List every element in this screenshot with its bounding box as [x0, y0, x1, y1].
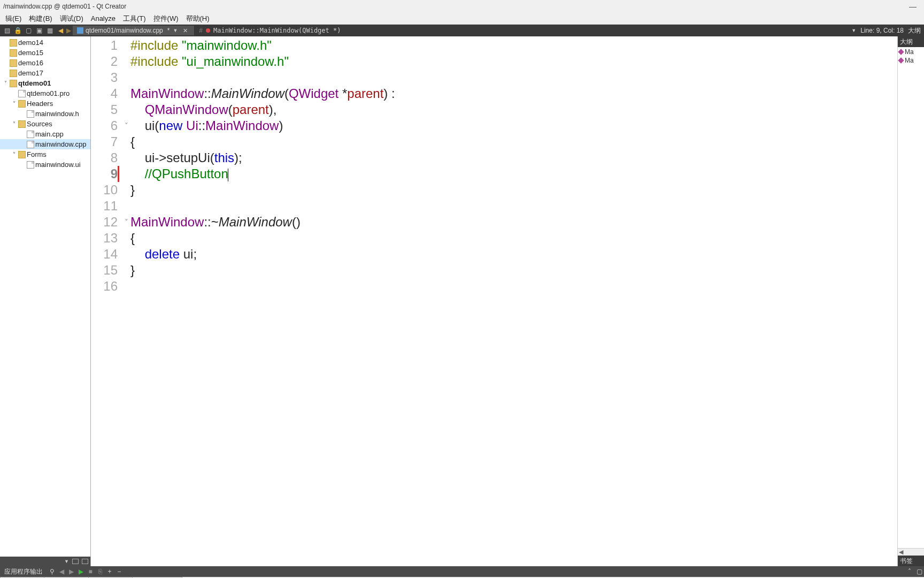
outline-entry[interactable]: Ma: [899, 57, 923, 64]
tree-node[interactable]: demo15: [0, 48, 90, 58]
output-prev-icon[interactable]: ◀: [57, 568, 66, 575]
code-line[interactable]: }: [130, 262, 897, 278]
line-number[interactable]: 12: [91, 214, 118, 230]
output-maximize-icon[interactable]: ▢: [914, 568, 924, 575]
output-collapse-icon[interactable]: ˄: [905, 568, 914, 575]
code-line[interactable]: #include "ui_mainwindow.h": [130, 54, 897, 70]
scroll-left-icon[interactable]: ◀: [899, 549, 903, 556]
tree-node[interactable]: ˅qtdemo01: [0, 78, 90, 88]
close-file-tab[interactable]: ✕: [181, 27, 190, 34]
output-remove-icon[interactable]: −: [114, 568, 124, 575]
line-number[interactable]: 7: [91, 134, 118, 150]
outline-header-label: 大纲: [900, 37, 913, 47]
tree-node[interactable]: ˅Sources: [0, 119, 90, 129]
code-line[interactable]: QMainWindow(parent),: [130, 102, 897, 118]
open-file-tab[interactable]: qtdemo01/mainwindow.cpp * ▼ ✕: [73, 26, 195, 35]
line-number[interactable]: 9: [91, 166, 118, 182]
fold-column[interactable]: ˅˅: [122, 36, 130, 566]
toolbar-icon-3[interactable]: ▢: [25, 27, 32, 34]
line-number[interactable]: 2: [91, 54, 118, 70]
tree-node[interactable]: mainwindow.h: [0, 109, 90, 119]
menu-item[interactable]: 构建(B): [26, 13, 55, 25]
symbol-breadcrumb[interactable]: # MainWindow::MainWindow(QWidget *): [195, 27, 345, 34]
tree-node[interactable]: demo17: [0, 68, 90, 78]
outline-body[interactable]: MaMa: [898, 47, 924, 548]
code-line[interactable]: [130, 278, 897, 294]
bookmark-header-label: 书签: [900, 557, 913, 566]
line-number[interactable]: 4: [91, 86, 118, 102]
menu-item[interactable]: 控件(W): [150, 13, 182, 25]
tree-node[interactable]: demo16: [0, 58, 90, 68]
tree-node[interactable]: qtdemo01.pro: [0, 88, 90, 98]
menu-item[interactable]: 调试(D): [57, 13, 87, 25]
bookmark-panel-header[interactable]: 书签: [898, 556, 924, 566]
fold-toggle-icon[interactable]: ˅: [122, 214, 130, 230]
chevron-down-icon[interactable]: ˅: [11, 121, 17, 127]
outline-panel-header[interactable]: 大纲: [898, 36, 924, 47]
line-number[interactable]: 8: [91, 150, 118, 166]
tree-node[interactable]: ˅Headers: [0, 98, 90, 109]
code-line[interactable]: delete ui;: [130, 246, 897, 262]
menu-item[interactable]: 帮助(H): [183, 13, 213, 25]
output-next-icon[interactable]: ▶: [66, 568, 76, 575]
toolbar-dropdown-icon[interactable]: ▼: [851, 28, 856, 33]
code-line[interactable]: [130, 70, 897, 86]
code-line[interactable]: ui->setupUi(this);: [130, 150, 897, 166]
tree-node[interactable]: mainwindow.cpp: [0, 139, 90, 149]
menu-item[interactable]: 工具(T): [120, 13, 149, 25]
tree-node[interactable]: ˅Forms: [0, 149, 90, 159]
output-add-icon[interactable]: +: [105, 568, 114, 575]
line-number[interactable]: 5: [91, 102, 118, 118]
tree-node[interactable]: main.cpp: [0, 129, 90, 139]
code-line[interactable]: #include "mainwindow.h": [130, 37, 897, 54]
code-line[interactable]: //QPushButton: [130, 166, 897, 182]
outline-entry[interactable]: Ma: [899, 48, 923, 56]
line-number[interactable]: 3: [91, 70, 118, 86]
code-line[interactable]: {: [130, 230, 897, 246]
tree-footer-btn-1[interactable]: [72, 559, 79, 564]
line-number[interactable]: 10: [91, 182, 118, 198]
tree-node[interactable]: demo14: [0, 37, 90, 48]
line-number-gutter[interactable]: 12345678910111213141516: [91, 36, 122, 566]
line-number[interactable]: 11: [91, 198, 118, 214]
code-line[interactable]: MainWindow::MainWindow(QWidget *parent) …: [130, 86, 897, 102]
line-number[interactable]: 6: [91, 118, 118, 134]
toolbar-icon-2[interactable]: 🔒: [14, 27, 21, 34]
chevron-down-icon[interactable]: ˅: [11, 101, 17, 107]
line-number[interactable]: 15: [91, 262, 118, 278]
line-number[interactable]: 1: [91, 37, 118, 54]
chevron-down-icon[interactable]: ˅: [11, 151, 17, 157]
tree-node[interactable]: mainwindow.ui: [0, 159, 90, 170]
chevron-down-icon[interactable]: ˅: [2, 80, 9, 86]
line-number[interactable]: 13: [91, 230, 118, 246]
menu-item[interactable]: 辑(E): [2, 13, 25, 25]
code-line[interactable]: [130, 198, 897, 214]
code-text-area[interactable]: #include "mainwindow.h"#include "ui_main…: [130, 36, 897, 566]
toolbar-icon-5[interactable]: ▦: [46, 27, 53, 34]
tree-footer-dropdown-icon[interactable]: ▼: [64, 559, 69, 564]
toolbar-icon-4[interactable]: ▣: [35, 27, 43, 34]
fold-toggle-icon[interactable]: ˅: [122, 118, 130, 134]
output-filter-icon[interactable]: ⚲: [47, 568, 57, 575]
tree-footer-btn-2[interactable]: [82, 559, 88, 564]
code-line[interactable]: ui(new Ui::MainWindow): [130, 118, 897, 134]
menu-item[interactable]: Analyze: [88, 13, 119, 24]
minimize-button[interactable]: —: [905, 2, 921, 11]
line-number[interactable]: 16: [91, 278, 118, 294]
file-tab-dropdown-icon[interactable]: ▼: [172, 28, 179, 33]
line-col-indicator[interactable]: Line: 9, Col: 18: [860, 27, 904, 34]
code-line[interactable]: MainWindow::~MainWindow(): [130, 214, 897, 230]
code-editor[interactable]: 12345678910111213141516 ˅˅ #include "mai…: [91, 36, 897, 566]
nav-back-icon[interactable]: ◀: [57, 27, 65, 34]
nav-fwd-icon[interactable]: ▶: [65, 27, 73, 34]
output-stop-icon[interactable]: ■: [86, 568, 95, 575]
output-section: 应用程序输出 ⚲ ◀ ▶ ▶ ■ ⎘ + − ˄ ▢ demo15✕demo16…: [0, 566, 924, 578]
outline-label-toolbar[interactable]: 大纲: [908, 26, 921, 35]
code-line[interactable]: }: [130, 182, 897, 198]
output-run-icon[interactable]: ▶: [76, 568, 86, 575]
code-line[interactable]: {: [130, 134, 897, 150]
output-attach-icon[interactable]: ⎘: [95, 568, 105, 575]
toolbar-icon-1[interactable]: ▤: [3, 27, 11, 34]
line-number[interactable]: 14: [91, 246, 118, 262]
project-tree[interactable]: demo14demo15demo16demo17˅qtdemo01qtdemo0…: [0, 36, 90, 557]
